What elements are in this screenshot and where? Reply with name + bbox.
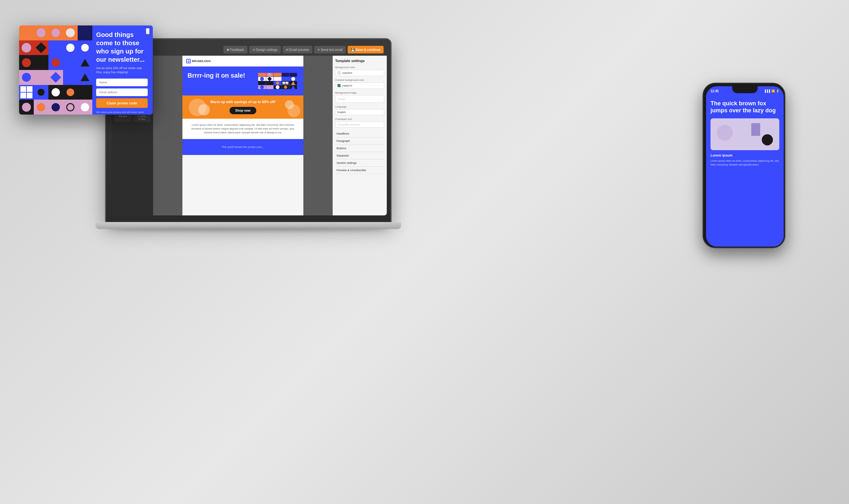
bg-color-swatch <box>337 71 341 74</box>
popup-pattern <box>19 25 92 114</box>
pattern-cell <box>63 85 78 100</box>
pattern-cell <box>19 25 34 40</box>
pattern-cell <box>48 25 63 40</box>
popup-close-button[interactable]: × <box>146 28 149 34</box>
laptop-screen: ↩ ▾ ↺ ✱ Feedback ✕ Design settings ✉ Ema… <box>112 43 387 215</box>
bg-image-input[interactable]: Choose... <box>335 95 384 103</box>
popup-subtitle: Get an extra 10% off our winter sale. Pl… <box>96 66 148 74</box>
preheader-input[interactable]: Preheader text here <box>335 122 384 128</box>
mobile-status-bar: 12:45 ▐▐▐ 📶 🔋 <box>706 86 784 96</box>
email-hero-section: Brrrr-ing it on sale! <box>182 67 303 95</box>
laptop-base <box>95 222 401 229</box>
pattern-cell <box>34 70 48 85</box>
pattern-cell <box>63 25 78 40</box>
popup-name-input[interactable] <box>96 78 148 86</box>
pattern-cell <box>78 25 92 40</box>
pattern-cell <box>48 40 63 55</box>
newsletter-popup: × Good things come to those who sign up … <box>19 25 153 114</box>
pattern-cell <box>63 70 78 85</box>
popup-content-row: × Good things come to those who sign up … <box>19 25 153 114</box>
mobile-content: The quick brown fox jumps over the lazy … <box>706 96 784 247</box>
email-text-section: Lorem ipsum dolor sit amet, consectetuer… <box>182 119 303 139</box>
editor-toolbar: ↩ ▾ ↺ ✱ Feedback ✕ Design settings ✉ Ema… <box>112 43 387 56</box>
email-sale-text: Warm up with savings of up to 50% off! <box>210 100 276 104</box>
bg-color-input[interactable]: #e5e5e5 <box>335 70 384 76</box>
mobile-image-block <box>710 119 779 150</box>
pattern-cell <box>63 40 78 55</box>
shop-now-button[interactable]: Shop now <box>230 107 256 114</box>
pattern-cell <box>34 100 48 114</box>
email-editor: ↩ ▾ ↺ ✱ Feedback ✕ Design settings ✉ Ema… <box>112 43 387 215</box>
popup-form: × Good things come to those who sign up … <box>92 25 153 114</box>
pattern-cell <box>63 100 78 114</box>
mobile-phone: 12:45 ▐▐▐ 📶 🔋 The quick brown fox jumps … <box>703 83 785 248</box>
popup-submit-button[interactable]: Claim promo code <box>96 98 148 108</box>
email-header: BRANDLOGO <box>182 56 303 67</box>
mobile-lorem-title: Lorem ipsum <box>710 154 779 157</box>
sale-circle-3 <box>198 104 210 115</box>
save-continue-button[interactable]: 💾 Save & continue <box>348 46 384 53</box>
send-test-button[interactable]: ✈ Send test email <box>314 46 346 53</box>
pattern-cell <box>34 40 48 55</box>
bg-image-label: Background image <box>335 91 384 94</box>
email-hero-left: Brrrr-ing it on sale! <box>188 72 254 90</box>
pattern-cell <box>78 85 92 100</box>
pattern-cell <box>19 55 34 70</box>
pattern-cell <box>48 70 63 85</box>
pattern-cell <box>48 55 63 70</box>
pattern-cell <box>78 70 92 85</box>
mobile-lorem-text: Lorem ipsum dolor sit amet, consectetuer… <box>710 159 779 167</box>
mobile-status-icons: ▐▐▐ 📶 🔋 <box>764 89 779 93</box>
bg-color-label: Background color <box>335 66 384 69</box>
settings-buttons[interactable]: Buttons <box>335 145 384 152</box>
pattern-cell <box>48 85 63 100</box>
pattern-cell <box>19 85 34 100</box>
settings-paragraph[interactable]: Paragraph <box>335 138 384 145</box>
mobile-hero-title: The quick brown fox jumps over the lazy … <box>710 100 779 114</box>
email-sale-section: Warm up with savings of up to 50% off! S… <box>182 95 303 119</box>
pattern-cell <box>34 55 48 70</box>
settings-panel-title: Template settings <box>335 59 384 63</box>
pattern-cell <box>63 55 78 70</box>
editor-body: — Separator ▶ Video f in 🐦 Social <box>112 56 387 215</box>
brand-logo: BRANDLOGO <box>186 59 211 63</box>
email-hero-pattern <box>257 72 298 90</box>
settings-preview-unsubscribe[interactable]: Preview & Unsubscribe <box>335 167 384 174</box>
email-hero-content: Brrrr-ing it on sale! <box>188 72 298 90</box>
popup-privacy-text: We value your privacy and will never sen… <box>96 110 148 114</box>
email-hero-title: Brrrr-ing it on sale! <box>188 72 254 79</box>
settings-separator[interactable]: Separator <box>335 152 384 159</box>
pattern-cell <box>78 100 92 114</box>
language-input[interactable]: English <box>335 109 384 115</box>
mobile-img-shape-1 <box>717 125 733 141</box>
email-preview-button[interactable]: ✉ Email preview <box>283 46 312 53</box>
mobile-time: 12:45 <box>710 89 719 93</box>
pattern-cell <box>34 25 48 40</box>
pattern-cell <box>78 55 92 70</box>
settings-panel: Template settings Background color #e5e5… <box>333 56 387 215</box>
scene: × Good things come to those who sign up … <box>0 0 849 504</box>
mobile-screen: 12:45 ▐▐▐ 📶 🔋 The quick brown fox jumps … <box>706 86 784 247</box>
pattern-cell <box>78 40 92 55</box>
canvas-area: BRANDLOGO Brrrr-ing it on sale! <box>153 56 333 215</box>
language-label: Language <box>335 105 384 108</box>
mobile-body: 12:45 ▐▐▐ 📶 🔋 The quick brown fox jumps … <box>703 83 785 248</box>
settings-headlines[interactable]: Headlines <box>335 130 384 138</box>
preheader-label: Preheader text <box>335 118 384 121</box>
pattern-cell <box>48 100 63 114</box>
pattern-cell <box>19 40 34 55</box>
feedback-button[interactable]: ✱ Feedback <box>224 46 247 53</box>
content-bg-label: Content background color <box>335 78 384 82</box>
content-bg-input[interactable]: #488270 <box>335 83 384 89</box>
mobile-img-shape-2 <box>762 134 773 145</box>
content-bg-swatch <box>337 84 341 87</box>
settings-section-settings[interactable]: Section settings <box>335 159 384 167</box>
design-settings-button[interactable]: ✕ Design settings <box>249 46 281 53</box>
email-footer: The quick brown fox jumps over... <box>182 139 303 155</box>
popup-title: Good things come to those who sign up fo… <box>96 31 148 64</box>
pattern-cell <box>34 85 48 100</box>
sale-circle-4 <box>287 104 300 117</box>
popup-email-input[interactable] <box>96 88 148 96</box>
brand-logo-icon <box>186 59 191 63</box>
mobile-img-shape-3 <box>751 123 760 136</box>
